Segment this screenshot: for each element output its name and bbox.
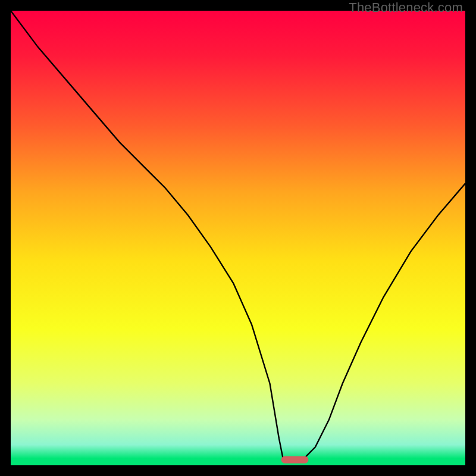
gradient-background bbox=[11, 11, 465, 465]
optimal-zone-marker bbox=[281, 456, 309, 464]
chart-svg bbox=[11, 11, 465, 465]
chart-frame bbox=[11, 11, 465, 465]
watermark-text: TheBottleneck.com bbox=[349, 0, 463, 15]
